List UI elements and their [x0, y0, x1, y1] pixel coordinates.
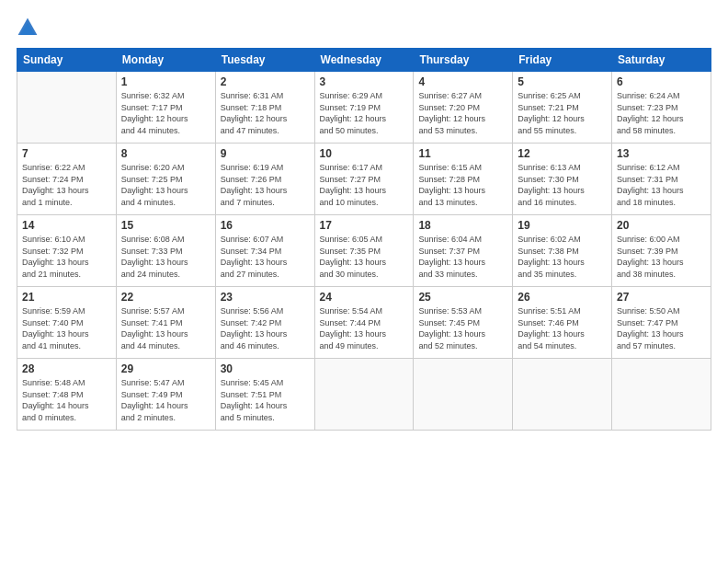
day-number: 10 [320, 147, 409, 160]
day-cell [513, 359, 612, 431]
week-row-5: 28Sunrise: 5:48 AM Sunset: 7:48 PM Dayli… [17, 359, 711, 431]
day-number: 28 [22, 362, 111, 375]
day-number: 18 [418, 219, 507, 232]
day-number: 19 [518, 219, 607, 232]
day-cell: 10Sunrise: 6:17 AM Sunset: 7:27 PM Dayli… [314, 144, 414, 215]
day-cell: 8Sunrise: 6:20 AM Sunset: 7:25 PM Daylig… [116, 144, 215, 215]
day-number: 7 [22, 147, 111, 160]
day-info: Sunrise: 6:02 AM Sunset: 7:38 PM Dayligh… [518, 234, 607, 280]
day-info: Sunrise: 6:08 AM Sunset: 7:33 PM Dayligh… [121, 234, 210, 280]
day-cell: 15Sunrise: 6:08 AM Sunset: 7:33 PM Dayli… [116, 215, 215, 287]
day-info: Sunrise: 5:54 AM Sunset: 7:44 PM Dayligh… [320, 305, 409, 351]
day-number: 21 [22, 291, 111, 304]
day-cell [314, 359, 414, 431]
day-cell: 13Sunrise: 6:12 AM Sunset: 7:31 PM Dayli… [612, 144, 711, 215]
day-number: 4 [418, 75, 507, 88]
day-cell: 12Sunrise: 6:13 AM Sunset: 7:30 PM Dayli… [513, 144, 612, 215]
day-cell: 26Sunrise: 5:51 AM Sunset: 7:46 PM Dayli… [513, 287, 612, 359]
weekday-header-thursday: Thursday [414, 49, 513, 72]
day-number: 6 [617, 75, 706, 88]
day-info: Sunrise: 5:56 AM Sunset: 7:42 PM Dayligh… [221, 305, 310, 351]
day-number: 13 [617, 147, 706, 160]
day-cell: 14Sunrise: 6:10 AM Sunset: 7:32 PM Dayli… [17, 215, 117, 287]
day-number: 23 [221, 291, 310, 304]
day-info: Sunrise: 6:12 AM Sunset: 7:31 PM Dayligh… [617, 162, 706, 208]
day-number: 12 [518, 147, 607, 160]
day-number: 29 [121, 362, 210, 375]
day-cell: 18Sunrise: 6:04 AM Sunset: 7:37 PM Dayli… [414, 215, 513, 287]
day-info: Sunrise: 6:31 AM Sunset: 7:18 PM Dayligh… [221, 90, 310, 136]
day-cell: 20Sunrise: 6:00 AM Sunset: 7:39 PM Dayli… [612, 215, 711, 287]
weekday-header-sunday: Sunday [17, 49, 117, 72]
day-number: 14 [22, 219, 111, 232]
day-cell: 6Sunrise: 6:24 AM Sunset: 7:23 PM Daylig… [612, 72, 711, 144]
day-info: Sunrise: 6:10 AM Sunset: 7:32 PM Dayligh… [22, 234, 111, 280]
weekday-header-saturday: Saturday [612, 49, 711, 72]
day-number: 22 [121, 291, 210, 304]
day-number: 9 [221, 147, 310, 160]
day-number: 1 [121, 75, 210, 88]
day-cell: 25Sunrise: 5:53 AM Sunset: 7:45 PM Dayli… [414, 287, 513, 359]
day-info: Sunrise: 5:50 AM Sunset: 7:47 PM Dayligh… [617, 305, 706, 351]
day-number: 5 [518, 75, 607, 88]
week-row-4: 21Sunrise: 5:59 AM Sunset: 7:40 PM Dayli… [17, 287, 711, 359]
weekday-header-wednesday: Wednesday [314, 49, 414, 72]
day-info: Sunrise: 6:20 AM Sunset: 7:25 PM Dayligh… [121, 162, 210, 208]
day-info: Sunrise: 6:05 AM Sunset: 7:35 PM Dayligh… [320, 234, 409, 280]
day-number: 30 [221, 362, 310, 375]
weekday-header-tuesday: Tuesday [215, 49, 314, 72]
day-info: Sunrise: 6:15 AM Sunset: 7:28 PM Dayligh… [418, 162, 507, 208]
day-cell: 30Sunrise: 5:45 AM Sunset: 7:51 PM Dayli… [215, 359, 314, 431]
day-info: Sunrise: 5:47 AM Sunset: 7:49 PM Dayligh… [121, 377, 210, 423]
day-number: 26 [518, 291, 607, 304]
day-cell: 17Sunrise: 6:05 AM Sunset: 7:35 PM Dayli… [314, 215, 414, 287]
day-cell: 29Sunrise: 5:47 AM Sunset: 7:49 PM Dayli… [116, 359, 215, 431]
day-info: Sunrise: 5:45 AM Sunset: 7:51 PM Dayligh… [221, 377, 310, 423]
day-number: 24 [320, 291, 409, 304]
day-info: Sunrise: 5:53 AM Sunset: 7:45 PM Dayligh… [418, 305, 507, 351]
day-cell: 4Sunrise: 6:27 AM Sunset: 7:20 PM Daylig… [414, 72, 513, 144]
day-number: 27 [617, 291, 706, 304]
day-info: Sunrise: 6:25 AM Sunset: 7:21 PM Dayligh… [518, 90, 607, 136]
weekday-header-friday: Friday [513, 49, 612, 72]
day-info: Sunrise: 5:59 AM Sunset: 7:40 PM Dayligh… [22, 305, 111, 351]
day-info: Sunrise: 6:27 AM Sunset: 7:20 PM Dayligh… [418, 90, 507, 136]
day-cell [414, 359, 513, 431]
page: SundayMondayTuesdayWednesdayThursdayFrid… [0, 0, 728, 563]
day-cell: 7Sunrise: 6:22 AM Sunset: 7:24 PM Daylig… [17, 144, 117, 215]
day-info: Sunrise: 6:04 AM Sunset: 7:37 PM Dayligh… [418, 234, 507, 280]
header [17, 17, 711, 39]
day-info: Sunrise: 5:48 AM Sunset: 7:48 PM Dayligh… [22, 377, 111, 423]
day-number: 11 [418, 147, 507, 160]
day-number: 20 [617, 219, 706, 232]
calendar: SundayMondayTuesdayWednesdayThursdayFrid… [17, 48, 711, 431]
day-cell: 11Sunrise: 6:15 AM Sunset: 7:28 PM Dayli… [414, 144, 513, 215]
weekday-header-monday: Monday [116, 49, 215, 72]
day-cell: 28Sunrise: 5:48 AM Sunset: 7:48 PM Dayli… [17, 359, 117, 431]
week-row-1: 1Sunrise: 6:32 AM Sunset: 7:17 PM Daylig… [17, 72, 711, 144]
day-info: Sunrise: 5:57 AM Sunset: 7:41 PM Dayligh… [121, 305, 210, 351]
day-number: 25 [418, 291, 507, 304]
day-cell: 1Sunrise: 6:32 AM Sunset: 7:17 PM Daylig… [116, 72, 215, 144]
weekday-header-row: SundayMondayTuesdayWednesdayThursdayFrid… [17, 49, 711, 72]
day-cell: 2Sunrise: 6:31 AM Sunset: 7:18 PM Daylig… [215, 72, 314, 144]
day-info: Sunrise: 6:24 AM Sunset: 7:23 PM Dayligh… [617, 90, 706, 136]
day-info: Sunrise: 6:22 AM Sunset: 7:24 PM Dayligh… [22, 162, 111, 208]
day-info: Sunrise: 6:32 AM Sunset: 7:17 PM Dayligh… [121, 90, 210, 136]
day-cell: 21Sunrise: 5:59 AM Sunset: 7:40 PM Dayli… [17, 287, 117, 359]
day-number: 17 [320, 219, 409, 232]
day-number: 8 [121, 147, 210, 160]
day-number: 2 [221, 75, 310, 88]
day-info: Sunrise: 6:00 AM Sunset: 7:39 PM Dayligh… [617, 234, 706, 280]
day-info: Sunrise: 6:19 AM Sunset: 7:26 PM Dayligh… [221, 162, 310, 208]
day-number: 16 [221, 219, 310, 232]
day-cell: 24Sunrise: 5:54 AM Sunset: 7:44 PM Dayli… [314, 287, 414, 359]
day-cell: 27Sunrise: 5:50 AM Sunset: 7:47 PM Dayli… [612, 287, 711, 359]
day-info: Sunrise: 6:29 AM Sunset: 7:19 PM Dayligh… [320, 90, 409, 136]
logo [17, 17, 42, 39]
day-cell: 19Sunrise: 6:02 AM Sunset: 7:38 PM Dayli… [513, 215, 612, 287]
day-cell: 16Sunrise: 6:07 AM Sunset: 7:34 PM Dayli… [215, 215, 314, 287]
day-number: 15 [121, 219, 210, 232]
day-info: Sunrise: 6:07 AM Sunset: 7:34 PM Dayligh… [221, 234, 310, 280]
day-cell: 23Sunrise: 5:56 AM Sunset: 7:42 PM Dayli… [215, 287, 314, 359]
